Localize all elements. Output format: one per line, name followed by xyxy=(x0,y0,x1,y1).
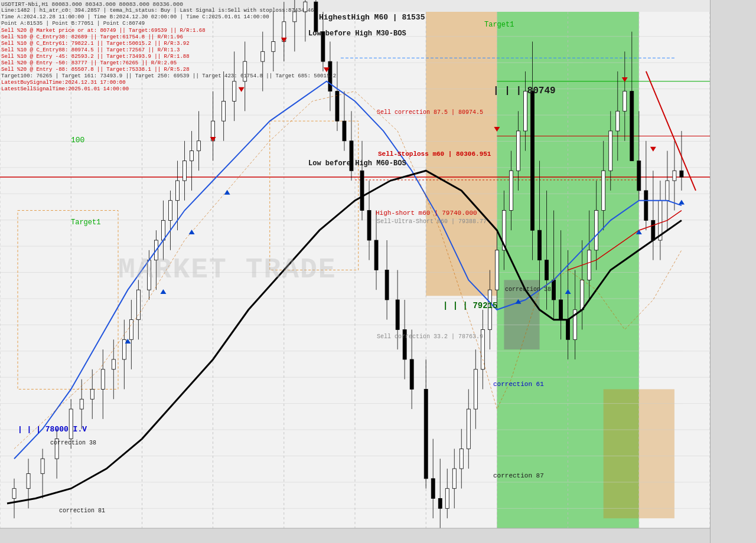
chart-container: USDTIRT-Nbi,H1 80083.000 80343.000 80083… xyxy=(0,0,756,543)
price-scale xyxy=(710,0,756,543)
chart-canvas xyxy=(0,0,756,543)
